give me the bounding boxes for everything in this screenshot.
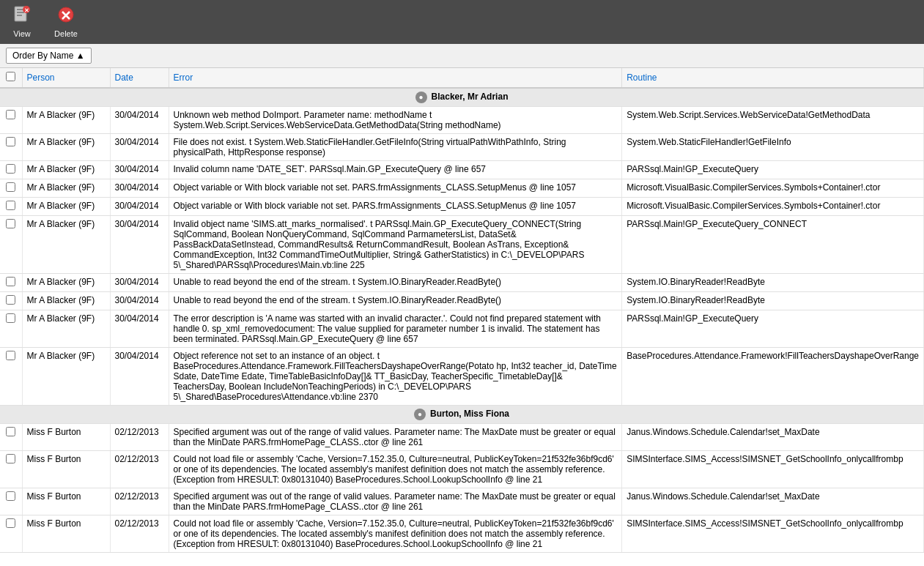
- row-error: Could not load file or assembly 'Cache, …: [169, 515, 622, 553]
- row-error: Object variable or With block variable n…: [169, 198, 622, 216]
- table-header-row: Person Date Error Routine: [0, 68, 924, 88]
- row-person: Miss F Burton: [22, 424, 110, 451]
- row-checkbox-cell: [0, 179, 22, 198]
- row-checkbox[interactable]: [6, 313, 15, 323]
- row-error: Invalid object name 'SIMS.att_marks_norm…: [169, 216, 622, 274]
- row-checkbox-cell: [0, 451, 22, 488]
- row-checkbox[interactable]: [6, 137, 15, 146]
- header-routine[interactable]: Routine: [622, 68, 924, 88]
- row-date: 30/04/2014: [110, 292, 169, 310]
- row-person: Mr A Blacker (9F): [22, 107, 110, 134]
- row-date: 30/04/2014: [110, 348, 169, 406]
- table-row: Mr A Blacker (9F)30/04/2014The error des…: [0, 310, 924, 348]
- row-checkbox[interactable]: [6, 277, 15, 286]
- row-error: Object reference not set to an instance …: [169, 348, 622, 406]
- table-row: Mr A Blacker (9F)30/04/2014Invalid objec…: [0, 216, 924, 274]
- row-routine: BaseProcedures.Attendance.Framework!Fill…: [622, 348, 924, 406]
- row-routine: System.Web.StaticFileHandler!GetFileInfo: [622, 134, 924, 161]
- table-row: Miss F Burton02/12/2013Could not load fi…: [0, 515, 924, 553]
- row-person: Mr A Blacker (9F): [22, 179, 110, 198]
- row-checkbox-cell: [0, 488, 22, 515]
- row-checkbox[interactable]: [6, 518, 15, 528]
- view-icon: ✕: [12, 6, 32, 26]
- table-row: Miss F Burton02/12/2013Specified argumen…: [0, 424, 924, 451]
- view-label: View: [13, 29, 31, 38]
- row-checkbox-cell: [0, 161, 22, 179]
- row-error: The error description is 'A name was sta…: [169, 310, 622, 348]
- header-error[interactable]: Error: [169, 68, 622, 88]
- group-icon: ●: [414, 409, 426, 420]
- row-person: Miss F Burton: [22, 515, 110, 553]
- header-date[interactable]: Date: [110, 68, 169, 88]
- view-button[interactable]: ✕ View: [7, 6, 37, 38]
- table-row: Mr A Blacker (9F)30/04/2014Object refere…: [0, 348, 924, 406]
- row-error: Unknown web method DoImport. Parameter n…: [169, 107, 622, 134]
- table-row: Mr A Blacker (9F)30/04/2014Object variab…: [0, 179, 924, 198]
- row-date: 30/04/2014: [110, 310, 169, 348]
- group-row: ●Burton, Miss Fiona: [0, 406, 924, 424]
- row-checkbox[interactable]: [6, 219, 15, 228]
- table-row: Mr A Blacker (9F)30/04/2014Unable to rea…: [0, 292, 924, 310]
- group-name: Burton, Miss Fiona: [430, 409, 509, 419]
- row-person: Mr A Blacker (9F): [22, 216, 110, 274]
- row-routine: PARSsql.Main!GP_ExecuteQuery_CONNECT: [622, 216, 924, 274]
- delete-icon: [56, 6, 76, 26]
- row-routine: PARSsql.Main!GP_ExecuteQuery: [622, 310, 924, 348]
- row-date: 30/04/2014: [110, 161, 169, 179]
- row-person: Miss F Burton: [22, 488, 110, 515]
- row-checkbox[interactable]: [6, 454, 15, 463]
- row-date: 02/12/2013: [110, 488, 169, 515]
- header-checkbox-cell: [0, 68, 22, 88]
- row-checkbox-cell: [0, 198, 22, 216]
- row-person: Miss F Burton: [22, 451, 110, 488]
- svg-text:✕: ✕: [24, 7, 29, 14]
- row-error: File does not exist. t System.Web.Static…: [169, 134, 622, 161]
- row-checkbox[interactable]: [6, 201, 15, 210]
- delete-label: Delete: [54, 29, 78, 38]
- row-person: Mr A Blacker (9F): [22, 198, 110, 216]
- orderby-button[interactable]: Order By Name ▲: [6, 48, 92, 64]
- svg-rect-2: [17, 12, 24, 13]
- select-all-checkbox[interactable]: [6, 72, 15, 81]
- row-routine: SIMSInterface.SIMS_Access!SIMSNET_GetSch…: [622, 515, 924, 553]
- row-checkbox-cell: [0, 216, 22, 274]
- row-routine: SIMSInterface.SIMS_Access!SIMSNET_GetSch…: [622, 451, 924, 488]
- table-row: Mr A Blacker (9F)30/04/2014Invalid colum…: [0, 161, 924, 179]
- row-checkbox-cell: [0, 292, 22, 310]
- row-routine: System.Web.Script.Services.WebServiceDat…: [622, 107, 924, 134]
- row-checkbox[interactable]: [6, 110, 15, 119]
- row-checkbox[interactable]: [6, 164, 15, 174]
- row-checkbox[interactable]: [6, 491, 15, 501]
- row-checkbox-cell: [0, 310, 22, 348]
- group-row: ●Blacker, Mr Adrian: [0, 88, 924, 107]
- row-checkbox-cell: [0, 274, 22, 292]
- row-checkbox-cell: [0, 515, 22, 553]
- row-date: 02/12/2013: [110, 451, 169, 488]
- row-checkbox-cell: [0, 348, 22, 406]
- header-person[interactable]: Person: [22, 68, 110, 88]
- row-person: Mr A Blacker (9F): [22, 310, 110, 348]
- row-checkbox-cell: [0, 134, 22, 161]
- row-error: Object variable or With block variable n…: [169, 179, 622, 198]
- row-person: Mr A Blacker (9F): [22, 134, 110, 161]
- row-error: Invalid column name 'DATE_SET'. PARSsql.…: [169, 161, 622, 179]
- row-error: Unable to read beyond the end of the str…: [169, 274, 622, 292]
- row-checkbox-cell: [0, 107, 22, 134]
- table-row: Mr A Blacker (9F)30/04/2014Unable to rea…: [0, 274, 924, 292]
- table-row: Mr A Blacker (9F)30/04/2014Unknown web m…: [0, 107, 924, 134]
- table-container: Person Date Error Routine ●Blacker, Mr A…: [0, 68, 924, 565]
- table-row: Mr A Blacker (9F)30/04/2014Object variab…: [0, 198, 924, 216]
- row-routine: Microsoft.VisualBasic.CompilerServices.S…: [622, 179, 924, 198]
- orderby-bar: Order By Name ▲: [0, 44, 924, 68]
- row-checkbox[interactable]: [6, 427, 15, 436]
- row-checkbox[interactable]: [6, 182, 15, 192]
- delete-button[interactable]: Delete: [51, 6, 81, 38]
- table-row: Mr A Blacker (9F)30/04/2014File does not…: [0, 134, 924, 161]
- toolbar: ✕ View Delete: [0, 0, 924, 44]
- row-date: 30/04/2014: [110, 274, 169, 292]
- row-checkbox[interactable]: [6, 351, 15, 360]
- row-error: Could not load file or assembly 'Cache, …: [169, 451, 622, 488]
- row-person: Mr A Blacker (9F): [22, 292, 110, 310]
- row-date: 02/12/2013: [110, 424, 169, 451]
- row-checkbox[interactable]: [6, 295, 15, 305]
